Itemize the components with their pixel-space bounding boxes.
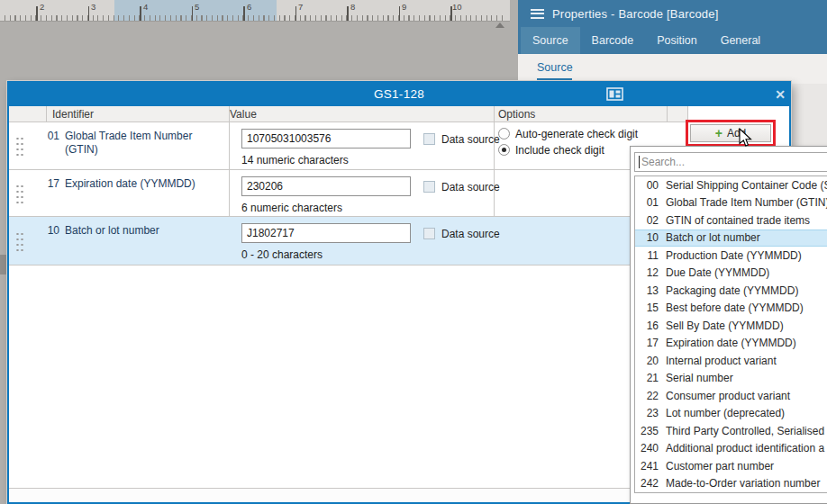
item-code: 23 bbox=[635, 407, 659, 419]
list-item[interactable]: 11Production Date (YYMMDD) bbox=[635, 247, 827, 265]
radio-auto-generate-check-digit[interactable] bbox=[498, 128, 510, 140]
list-item[interactable]: 01Global Trade Item Number (GTIN) bbox=[635, 194, 827, 212]
value-hint: 14 numeric characters bbox=[241, 154, 349, 166]
list-item[interactable]: 16Sell By Date (YYMMDD) bbox=[635, 317, 827, 335]
item-label: Best before date (YYMMDD) bbox=[666, 302, 804, 314]
table-row-batch-lot[interactable]: 10 Batch or lot number 0 - 20 characters… bbox=[9, 217, 688, 265]
dialog-layout-icon[interactable] bbox=[606, 87, 623, 104]
item-label: Packaging date (YYMMDD) bbox=[666, 284, 798, 297]
radio-label: Auto-generate check digit bbox=[515, 128, 638, 140]
item-label: Production Date (YYMMDD) bbox=[666, 249, 802, 262]
ai-name: Global Trade Item Number (GTIN) bbox=[65, 130, 211, 157]
drag-handle-icon[interactable] bbox=[15, 136, 23, 156]
drag-handle-icon[interactable] bbox=[15, 231, 23, 251]
ai-name: Batch or lot number bbox=[65, 224, 211, 238]
workspace-edge-fragment bbox=[0, 255, 6, 274]
column-header-options: Options bbox=[498, 108, 535, 121]
ruler-minor-ticks bbox=[5, 15, 505, 21]
item-label: Consumer product variant bbox=[666, 390, 790, 402]
ruler-major-tick bbox=[243, 6, 245, 21]
item-label: Global Trade Item Number (GTIN) bbox=[666, 196, 827, 209]
item-code: 16 bbox=[635, 320, 659, 332]
item-label: Sell By Date (YYMMDD) bbox=[666, 320, 784, 332]
radio-include-check-digit[interactable] bbox=[498, 144, 510, 156]
hamburger-menu-icon[interactable] bbox=[531, 6, 544, 21]
item-code: 02 bbox=[635, 214, 659, 227]
item-label: Internal product variant bbox=[666, 355, 777, 367]
list-item[interactable]: 21Serial number bbox=[635, 370, 827, 388]
data-source-label: Data source bbox=[441, 133, 500, 146]
list-item[interactable]: 00Serial Shipping Container Code (SS bbox=[635, 176, 827, 194]
list-item[interactable]: 13Packaging date (YYMMDD) bbox=[635, 282, 827, 300]
ruler-number: 7 bbox=[298, 2, 303, 12]
tab-source[interactable]: Source bbox=[521, 27, 580, 54]
properties-panel-header[interactable]: Properties - Barcode [Barcode] bbox=[518, 0, 827, 27]
item-label: Additional product identification a bbox=[666, 442, 824, 454]
ruler-number: 5 bbox=[195, 2, 199, 12]
ruler-number: 10 bbox=[452, 2, 462, 12]
item-code: 21 bbox=[635, 372, 659, 384]
horizontal-ruler: 2 3 4 5 6 7 8 9 10 bbox=[0, 0, 510, 22]
item-label: GTIN of contained trade items bbox=[666, 214, 810, 227]
tab-barcode[interactable]: Barcode bbox=[580, 27, 646, 54]
ruler-number: 2 bbox=[40, 2, 44, 12]
ai-name: Expiration date (YYMMDD) bbox=[65, 177, 211, 191]
item-label: Serial Shipping Container Code (SS bbox=[666, 179, 827, 192]
table-row-gtin[interactable]: 01 Global Trade Item Number (GTIN) 14 nu… bbox=[9, 122, 688, 169]
list-item[interactable]: 22Consumer product variant bbox=[635, 387, 827, 405]
search-input[interactable] bbox=[634, 152, 827, 172]
data-source-checkbox[interactable] bbox=[423, 228, 435, 239]
add-button[interactable]: + Add bbox=[690, 124, 771, 142]
data-source-checkbox[interactable] bbox=[423, 181, 435, 193]
column-header-identifier: Identifier bbox=[52, 108, 94, 121]
properties-panel-title: Properties - Barcode [Barcode] bbox=[552, 7, 718, 21]
list-item[interactable]: 20Internal product variant bbox=[635, 352, 827, 370]
list-item[interactable]: 02GTIN of contained trade items bbox=[635, 212, 827, 230]
ai-code: 17 bbox=[36, 177, 59, 190]
list-item[interactable]: 23Lot number (deprecated) bbox=[635, 405, 827, 423]
tab-position[interactable]: Position bbox=[645, 27, 708, 54]
properties-section-header: Source bbox=[518, 54, 827, 84]
source-section-label: Source bbox=[537, 61, 573, 74]
item-label: Third Party Controlled, Serialised E bbox=[666, 425, 827, 437]
item-code: 10 bbox=[635, 231, 659, 244]
item-label: Made-to-Order variation number bbox=[666, 477, 820, 490]
item-code: 240 bbox=[635, 442, 659, 454]
list-item[interactable]: 242Made-to-Order variation number bbox=[635, 475, 827, 493]
list-item-highlighted[interactable]: 10Batch or lot number bbox=[635, 230, 827, 248]
item-label: Batch or lot number bbox=[666, 231, 760, 244]
ruler-number: 9 bbox=[402, 2, 406, 12]
list-item[interactable]: 12Due Date (YYMMDD) bbox=[635, 265, 827, 283]
item-code: 12 bbox=[635, 266, 659, 279]
ruler-number: 8 bbox=[350, 2, 355, 12]
plus-icon: + bbox=[715, 128, 722, 139]
list-item[interactable]: 17Expiration date (YYMMDD) bbox=[635, 335, 827, 353]
ruler-major-tick bbox=[88, 6, 90, 21]
value-input-expiration[interactable] bbox=[241, 176, 411, 196]
close-icon[interactable]: ✕ bbox=[770, 86, 790, 103]
tab-general[interactable]: General bbox=[709, 27, 772, 54]
table-row-expiration-date[interactable]: 17 Expiration date (YYMMDD) 6 numeric ch… bbox=[9, 170, 688, 216]
ruler-number: 3 bbox=[91, 2, 95, 12]
source-section-underline bbox=[537, 78, 572, 80]
ruler-position-marker bbox=[495, 22, 504, 28]
ruler-major-tick bbox=[140, 6, 141, 21]
list-item[interactable]: 240Additional product identification a bbox=[635, 440, 827, 458]
item-code: 17 bbox=[635, 337, 659, 349]
list-item[interactable]: 15Best before date (YYMMDD) bbox=[635, 300, 827, 318]
drag-handle-icon[interactable] bbox=[15, 184, 23, 203]
ruler-major-tick bbox=[36, 6, 38, 21]
value-input-gtin[interactable] bbox=[241, 129, 411, 148]
ruler-number: 4 bbox=[143, 2, 148, 12]
table-header: Identifier Value Options bbox=[9, 106, 688, 122]
value-input-batch[interactable] bbox=[241, 223, 411, 243]
item-code: 13 bbox=[635, 284, 659, 297]
dialog-titlebar[interactable]: GS1-128 ✕ bbox=[9, 83, 789, 106]
ruler-major-tick bbox=[295, 6, 297, 21]
ruler-major-tick bbox=[399, 6, 401, 21]
list-item[interactable]: 241Customer part number bbox=[635, 457, 827, 475]
ruler-major-tick bbox=[192, 6, 194, 21]
list-item[interactable]: 235Third Party Controlled, Serialised E bbox=[635, 422, 827, 440]
identifier-dropdown: 00Serial Shipping Container Code (SS 01G… bbox=[630, 146, 827, 504]
data-source-checkbox[interactable] bbox=[423, 133, 435, 145]
